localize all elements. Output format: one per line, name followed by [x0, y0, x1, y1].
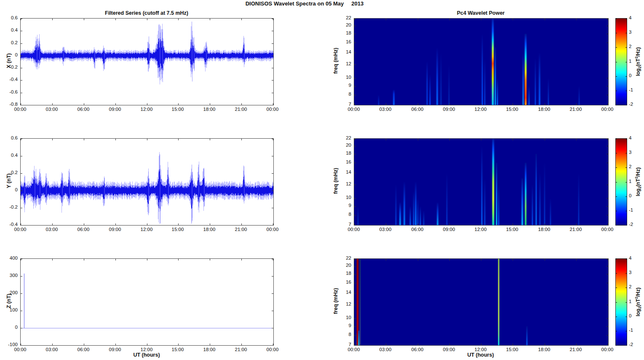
x-tick-label: 06:00: [412, 347, 424, 352]
freq-tick-label: 7: [333, 102, 351, 107]
x-tick-label: 21:00: [235, 227, 247, 232]
freq-tick-label: 8: [333, 332, 351, 337]
x-tick-label: 18:00: [538, 107, 550, 112]
x-tick-label: 15:00: [506, 227, 518, 232]
freq-tick-label: 22: [333, 135, 351, 140]
x-tick-label: 06:00: [77, 107, 90, 112]
x-tick-label: 12:00: [475, 227, 487, 232]
x-tick-label: 03:00: [46, 227, 58, 232]
freq-tick-label: 10: [333, 75, 351, 80]
x-tick-label: 15:00: [172, 347, 184, 352]
x-tick-label: 00:00: [267, 227, 279, 232]
x-tick-label: 12:00: [141, 227, 153, 232]
colorbar-tick-label: 0: [629, 193, 631, 198]
x-tick-label: 00:00: [14, 107, 27, 112]
freq-tick-label: 20: [333, 22, 351, 27]
x-tick-label: 00:00: [601, 107, 614, 112]
y-axis-label-z-nt: Z (nT): [6, 259, 12, 343]
colorbar-tick-label: 0: [629, 73, 631, 78]
y-tick-label: 0: [0, 325, 18, 330]
x-tick-label: 15:00: [506, 347, 518, 352]
y-tick-label: 0.6: [0, 15, 18, 20]
y-tick-label: 300: [0, 273, 18, 278]
colorbar-label-2: log2(nT2/Hz): [634, 156, 642, 207]
colorbar-label-1: log2(nT2/Hz): [634, 36, 642, 87]
x-tick-label: 09:00: [109, 227, 121, 232]
colorbar-tick-label: -1: [629, 328, 633, 333]
x-tick-label: 00:00: [267, 347, 279, 352]
colorbar-tick-label: -2: [629, 342, 633, 347]
x-tick-label: 15:00: [506, 107, 518, 112]
colorbar-tick-label: -2: [629, 102, 633, 107]
x-tick-label: 00:00: [267, 107, 279, 112]
x-tick-label: 09:00: [443, 227, 455, 232]
y-tick-label: 0.6: [0, 135, 18, 140]
colorbar: [615, 258, 627, 346]
x-tick-label: 00:00: [14, 347, 27, 352]
y-tick-label: 0.2: [0, 170, 18, 175]
freq-tick-label: 14: [333, 290, 351, 295]
freq-tick-label: 20: [333, 263, 351, 268]
z-wavelet-spectrogram: [354, 258, 609, 346]
colorbar-tick-label: 3: [629, 270, 631, 275]
x-tick-label: 00:00: [601, 227, 614, 232]
freq-tick-label: 14: [333, 49, 351, 54]
x-tick-label: 18:00: [538, 227, 550, 232]
freq-tick-label: 10: [333, 315, 351, 320]
colorbar-tick-label: 4: [629, 15, 631, 20]
x-tick-label: 12:00: [475, 107, 487, 112]
colorbar-tick-label: 3: [629, 30, 631, 35]
colorbar-tick-label: 2: [629, 164, 631, 169]
freq-tick-label: 16: [333, 39, 351, 44]
figure-title: DIONISOS Wavelet Spectra on 05 May 2013: [0, 0, 609, 7]
x-tick-label: 21:00: [235, 347, 247, 352]
colorbar-label-3: log2(nT2/Hz): [634, 277, 642, 327]
freq-tick-label: 16: [333, 279, 351, 285]
x-tick-label: 00:00: [14, 227, 27, 232]
y-tick-label: 0.2: [0, 40, 18, 45]
freq-tick-label: 20: [333, 142, 351, 148]
y-tick-label: 0.4: [0, 153, 18, 158]
x-tick-label: 09:00: [443, 347, 455, 352]
y-tick-label: -0.6: [0, 89, 18, 94]
colorbar-tick-label: -2: [629, 222, 633, 227]
y-tick-label: 100: [0, 307, 18, 312]
x-tick-label: 06:00: [77, 347, 90, 352]
x-tick-label: 15:00: [172, 107, 184, 112]
x-tick-label: 00:00: [348, 107, 360, 112]
x-tick-label: 00:00: [348, 347, 360, 352]
y-tick-label: 0: [0, 52, 18, 57]
x-tick-label: 06:00: [412, 227, 424, 232]
colorbar-tick-label: 2: [629, 44, 631, 49]
y-tick-label: -0.2: [0, 64, 18, 70]
x-tick-label: 09:00: [109, 107, 121, 112]
freq-tick-label: 7: [333, 342, 351, 347]
y-tick-label: 400: [0, 255, 18, 261]
x-tick-label: 03:00: [379, 227, 392, 232]
freq-tick-label: 12: [333, 181, 351, 186]
y-tick-label: -100: [0, 342, 18, 347]
x-tick-label: 21:00: [570, 107, 582, 112]
z-filtered-series-plot: [20, 258, 274, 346]
colorbar-tick-label: 1: [629, 179, 631, 184]
freq-tick-label: 14: [333, 169, 351, 175]
x-tick-label: 15:00: [172, 227, 184, 232]
x-tick-label: 03:00: [379, 347, 392, 352]
freq-tick-label: 9: [333, 323, 351, 328]
x-axis-label-right: UT (hours): [438, 352, 523, 358]
y-wavelet-spectrogram: [354, 138, 609, 226]
x-tick-label: 06:00: [77, 227, 90, 232]
freq-tick-label: 22: [333, 15, 351, 20]
x-tick-label: 03:00: [46, 107, 58, 112]
freq-tick-label: 22: [333, 255, 351, 261]
x-tick-label: 18:00: [203, 227, 216, 232]
x-tick-label: 00:00: [601, 347, 614, 352]
freq-tick-label: 10: [333, 195, 351, 200]
freq-tick-label: 9: [333, 203, 351, 208]
colorbar-tick-label: 3: [629, 150, 631, 155]
freq-tick-label: 16: [333, 159, 351, 164]
figure: DIONISOS Wavelet Spectra on 05 May 2013 …: [0, 0, 644, 360]
x-tick-label: 09:00: [109, 347, 121, 352]
colorbar-tick-label: -1: [629, 207, 633, 212]
x-tick-label: 21:00: [570, 347, 582, 352]
